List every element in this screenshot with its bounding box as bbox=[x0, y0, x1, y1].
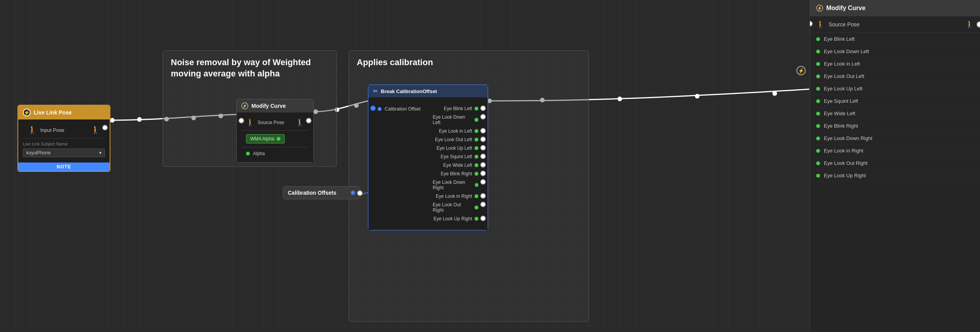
port-dot bbox=[475, 146, 478, 150]
human-icon-right: 🚶 bbox=[296, 118, 304, 127]
list-item-eye-look-up-left: Eye Look Up Left bbox=[810, 83, 980, 95]
svg-point-0 bbox=[110, 118, 115, 123]
scissors-icon: ✂ bbox=[373, 88, 378, 94]
list-item-eye-look-in-left: Eye Look in Left bbox=[810, 58, 980, 70]
alpha-label: Alpha bbox=[253, 151, 265, 156]
green-dot bbox=[816, 174, 820, 178]
break-calibration-body: Calibration Offset Eye Blink Left Eye Lo… bbox=[368, 97, 488, 230]
green-dot bbox=[816, 87, 820, 91]
calibration-offsets-title: Calibration Offsets bbox=[288, 190, 336, 196]
top-right-lightning: ⚡ bbox=[796, 66, 806, 75]
list-item-eye-look-out-left: Eye Look Out Left bbox=[810, 70, 980, 83]
break-node-ports: Calibration Offset Eye Blink Left Eye Lo… bbox=[373, 101, 483, 226]
human-icon-left: 🚶 bbox=[816, 20, 825, 29]
port-eye-look-in-left: Eye Look in Left bbox=[428, 127, 483, 135]
port-eye-wide-left: Eye Wide Left bbox=[428, 161, 483, 169]
green-dot bbox=[816, 74, 820, 78]
modify-curve-left-title: Modify Curve bbox=[251, 103, 286, 109]
canvas-area: ⚡ Live Link Pose 🚶 Input Pose 🚶 Live Lin… bbox=[0, 0, 980, 332]
right-panel-modify-curve-header: ⚡ Modify Curve bbox=[810, 0, 980, 16]
list-item-eye-blink-left: Eye Blink Left bbox=[810, 33, 980, 45]
node-body: 🚶 Input Pose 🚶 Live Link Subject Name ku… bbox=[18, 119, 110, 163]
list-item-eye-look-up-right: Eye Look Up Right bbox=[810, 169, 980, 182]
list-item-eye-look-down-left: Eye Look Down Left bbox=[810, 45, 980, 58]
calibration-comment-title: Applies calibration bbox=[349, 51, 588, 73]
calibration-offset-label: Calibration Offset bbox=[385, 106, 421, 112]
chevron-icon: ▾ bbox=[99, 150, 101, 156]
modify-curve-left-header: ⚡ Modify Curve bbox=[237, 99, 313, 112]
green-dot bbox=[816, 62, 820, 66]
source-pose-label: Source Pose bbox=[258, 120, 284, 125]
green-dot bbox=[816, 112, 820, 116]
port-eye-look-in-right: Eye Look in Right bbox=[428, 192, 483, 201]
subject-name-section: Live Link Subject Name kuyuiPhone ▾ bbox=[23, 140, 105, 159]
green-dot bbox=[816, 124, 820, 128]
port-eye-look-down-right: Eye Look Down Right bbox=[428, 178, 483, 192]
port-eye-look-up-right: Eye Look Up Right bbox=[428, 214, 483, 223]
calibration-offsets-node: Calibration Offsets bbox=[283, 186, 360, 199]
port-dot bbox=[475, 183, 478, 187]
break-node-right: Eye Blink Left Eye Look Down Left Eye Lo… bbox=[428, 101, 483, 226]
port-eye-look-down-left: Eye Look Down Left bbox=[428, 113, 483, 127]
calibration-offset-row: Calibration Offset bbox=[373, 104, 428, 114]
green-dot bbox=[816, 137, 820, 140]
port-dot bbox=[475, 206, 478, 209]
port-dot bbox=[475, 155, 478, 159]
list-item-eye-wide-left: Eye Wide Left bbox=[810, 107, 980, 120]
break-calibration-node: ✂ Break CalibrationOffset Calibration Of… bbox=[368, 85, 488, 230]
source-pose-row: 🚶 Source Pose 🚶 bbox=[241, 116, 309, 129]
list-item-eye-look-down-right: Eye Look Down Right bbox=[810, 132, 980, 145]
right-panel-title: Modify Curve bbox=[826, 5, 865, 12]
human-icon-right: 🚶 bbox=[965, 20, 974, 29]
input-pose-row: 🚶 Input Pose 🚶 bbox=[23, 123, 105, 137]
lightning-icon: ⚡ bbox=[816, 5, 823, 12]
right-panel-list: Eye Blink Left Eye Look Down Left Eye Lo… bbox=[810, 33, 980, 182]
calibration-offset-dot bbox=[378, 107, 382, 111]
port-dot bbox=[475, 107, 478, 111]
port-dot bbox=[475, 118, 478, 122]
wma-alpha-row: WMA Alpha bbox=[241, 132, 309, 145]
port-eye-squint-left: Eye Squint Left bbox=[428, 152, 483, 161]
right-panel: ⚡ Modify Curve 🚶 Source Pose 🚶 Eye Blink… bbox=[810, 0, 980, 332]
svg-point-12 bbox=[772, 91, 777, 96]
green-dot bbox=[816, 50, 820, 54]
calibration-offsets-header: Calibration Offsets bbox=[283, 187, 360, 199]
list-item-eye-blink-right: Eye Blink Right bbox=[810, 120, 980, 132]
source-pose-label: Source Pose bbox=[829, 21, 961, 28]
wma-dot bbox=[277, 137, 280, 141]
wma-alpha-button[interactable]: WMA Alpha bbox=[246, 134, 285, 144]
port-eye-look-out-right: Eye Look Out Right bbox=[428, 201, 483, 214]
human-icon: 🚶 bbox=[246, 118, 254, 127]
lightning-icon: ⚡ bbox=[23, 109, 31, 116]
port-dot bbox=[475, 163, 478, 167]
modify-curve-left-body: 🚶 Source Pose 🚶 WMA Alpha Alpha bbox=[237, 112, 313, 162]
port-dot bbox=[475, 172, 478, 176]
port-dot bbox=[475, 138, 478, 142]
subject-name-label: Live Link Subject Name bbox=[23, 142, 105, 148]
alpha-dot bbox=[246, 152, 250, 156]
subject-name-dropdown[interactable]: kuyuiPhone ▾ bbox=[23, 149, 105, 157]
live-link-title: Live Link Pose bbox=[34, 109, 72, 116]
break-calibration-title: Break CalibrationOffset bbox=[381, 88, 437, 94]
wma-alpha-label: WMA Alpha bbox=[250, 136, 274, 142]
svg-point-11 bbox=[695, 94, 700, 99]
break-node-left: Calibration Offset bbox=[373, 101, 428, 226]
input-pose-label: Input Pose bbox=[40, 127, 64, 133]
break-calibration-header: ✂ Break CalibrationOffset bbox=[368, 85, 488, 97]
lightning-icon: ⚡ bbox=[241, 102, 248, 109]
green-dot bbox=[816, 99, 820, 103]
green-dot bbox=[816, 37, 820, 41]
port-dot bbox=[475, 129, 478, 133]
port-eye-blink-left: Eye Blink Left bbox=[428, 104, 483, 113]
subject-name-value: kuyuiPhone bbox=[26, 150, 51, 156]
right-panel-source-pose: 🚶 Source Pose 🚶 bbox=[810, 16, 980, 33]
calibration-offsets-dot bbox=[351, 190, 355, 195]
port-dot bbox=[475, 194, 478, 198]
alpha-row: Alpha bbox=[241, 149, 309, 158]
list-item-eye-squint-left: Eye Squint Left bbox=[810, 95, 980, 107]
port-eye-look-up-left: Eye Look Up Left bbox=[428, 144, 483, 152]
port-eye-blink-right: Eye Blink Right bbox=[428, 169, 483, 178]
green-dot bbox=[816, 161, 820, 165]
note-bar: NOTE bbox=[18, 163, 110, 171]
modify-curve-left-node: ⚡ Modify Curve 🚶 Source Pose 🚶 WMA Alpha bbox=[236, 99, 314, 163]
